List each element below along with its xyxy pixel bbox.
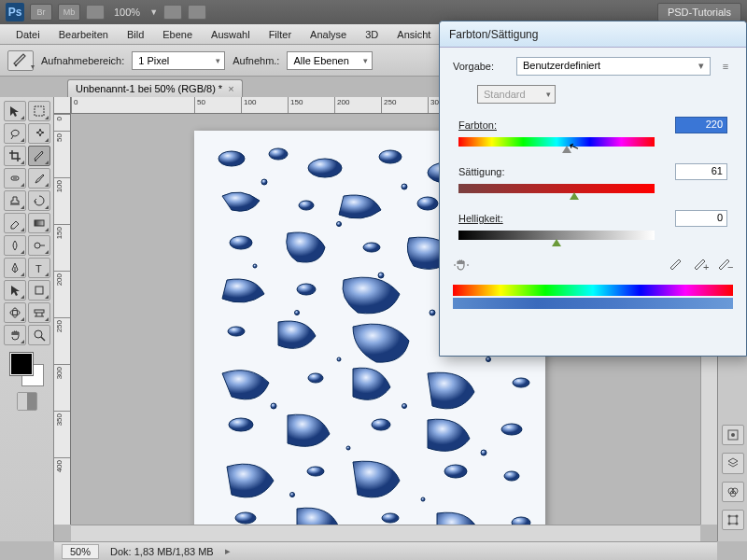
lightness-slider-thumb[interactable] [552, 239, 561, 246]
ruler-vertical[interactable]: 0 50 100 150 200 250 300 350 400 [54, 114, 71, 525]
svg-point-43 [382, 513, 399, 523]
dodge-tool[interactable] [28, 235, 50, 256]
brush-tool[interactable] [28, 168, 50, 189]
menu-analyse[interactable]: Analyse [302, 26, 355, 43]
menu-filter[interactable]: Filter [261, 26, 300, 43]
svg-point-61 [337, 357, 341, 361]
menu-bild[interactable]: Bild [119, 26, 152, 43]
color-swatches[interactable] [10, 353, 44, 386]
zoom-tool[interactable] [28, 325, 50, 345]
preset-menu-icon[interactable]: ≡ [718, 61, 733, 72]
arrange-button[interactable] [163, 5, 182, 20]
horizontal-scrollbar[interactable] [71, 525, 700, 541]
hue-input[interactable]: 220 [675, 117, 727, 133]
hue-range-strips [453, 285, 733, 309]
sample-size-label: Aufnahmebereich: [41, 55, 124, 66]
lightness-input[interactable]: 0 [675, 210, 727, 227]
blur-tool[interactable] [4, 235, 26, 256]
view-extras-button[interactable] [86, 5, 105, 20]
channel-select[interactable]: Standard [477, 85, 556, 104]
sample-layers-label: Aufnehm.: [233, 55, 279, 66]
lasso-tool[interactable] [4, 123, 26, 144]
menu-ansicht[interactable]: Ansicht [388, 26, 439, 43]
hue-slider[interactable]: ↖ [458, 137, 655, 147]
tutorials-button[interactable]: PSD-Tutorials [657, 3, 741, 21]
3d-rotate-tool[interactable] [4, 302, 26, 323]
history-brush-tool[interactable] [28, 190, 50, 211]
crop-tool[interactable] [4, 146, 26, 166]
svg-point-25 [230, 236, 252, 249]
move-tool[interactable] [4, 101, 26, 121]
marquee-tool[interactable] [28, 101, 50, 121]
svg-point-37 [372, 419, 390, 430]
document-tab-title: Unbenannt-1 bei 50% (RGB/8) * [76, 83, 222, 94]
path-select-tool[interactable] [4, 280, 26, 301]
menu-bearbeiten[interactable]: Bearbeiten [50, 26, 117, 43]
hue-strip-result [453, 298, 733, 309]
eyedropper-tool[interactable] [28, 146, 50, 166]
close-tab-icon[interactable]: × [228, 83, 233, 94]
status-bar: 50% Dok: 1,83 MB/1,83 MB ▸ [54, 541, 717, 560]
minibridge-button[interactable]: Mb [58, 4, 80, 21]
history-panel-icon[interactable] [722, 425, 744, 445]
menu-ebene[interactable]: Ebene [154, 26, 201, 43]
3d-camera-tool[interactable] [28, 302, 50, 323]
svg-point-67 [290, 493, 295, 497]
layers-panel-icon[interactable] [722, 453, 744, 473]
saturation-input[interactable]: 61 [675, 163, 727, 180]
sample-layers-select[interactable]: Alle Ebenen [287, 51, 372, 70]
svg-point-16 [218, 151, 245, 166]
svg-point-56 [253, 264, 257, 268]
channels-panel-icon[interactable] [722, 482, 744, 502]
type-tool[interactable]: T [28, 258, 50, 278]
svg-point-54 [402, 184, 407, 189]
svg-point-19 [379, 150, 402, 163]
svg-point-73 [731, 433, 735, 437]
menu-datei[interactable]: Datei [7, 26, 49, 43]
shape-tool[interactable] [28, 280, 50, 301]
svg-point-81 [735, 522, 738, 525]
svg-point-57 [378, 273, 384, 278]
svg-rect-12 [35, 310, 44, 313]
heal-tool[interactable] [4, 168, 26, 189]
svg-point-64 [402, 404, 407, 409]
preset-label: Vorgabe: [453, 61, 509, 72]
svg-rect-77 [729, 516, 737, 524]
quickmask-toggle[interactable] [17, 392, 37, 411]
saturation-slider-thumb[interactable] [570, 192, 579, 200]
eyedropper-sample-icon[interactable] [669, 258, 684, 273]
preset-select[interactable]: Benutzerdefiniert [516, 57, 711, 76]
stamp-tool[interactable] [4, 190, 26, 211]
bridge-button[interactable]: Br [30, 4, 52, 21]
saturation-slider[interactable] [458, 184, 655, 193]
paths-panel-icon[interactable] [722, 510, 744, 530]
hue-saturation-dialog[interactable]: Farbton/Sättigung Vorgabe: Benutzerdefin… [439, 21, 747, 357]
lightness-slider[interactable] [458, 231, 655, 240]
gradient-tool[interactable] [28, 213, 50, 233]
svg-point-0 [15, 63, 17, 65]
screenmode-button[interactable] [188, 5, 206, 20]
ruler-origin[interactable] [54, 97, 71, 114]
wand-tool[interactable] [28, 123, 50, 144]
menu-3d[interactable]: 3D [357, 26, 387, 43]
svg-rect-1 [35, 106, 44, 116]
hand-tool[interactable] [4, 325, 26, 345]
svg-point-59 [295, 311, 300, 315]
menu-auswahl[interactable]: Auswahl [203, 26, 259, 43]
zoom-level[interactable]: 100% [110, 7, 144, 18]
eraser-tool[interactable] [4, 213, 26, 233]
sample-size-select[interactable]: 1 Pixel [132, 51, 225, 70]
document-tab[interactable]: Unbenannt-1 bei 50% (RGB/8) * × [67, 79, 243, 97]
eyedropper-add-icon[interactable]: + [694, 258, 709, 273]
pen-tool[interactable] [4, 258, 26, 278]
dialog-title[interactable]: Farbton/Sättigung [440, 21, 746, 48]
status-zoom[interactable]: 50% [62, 544, 99, 559]
svg-rect-5 [35, 220, 44, 226]
svg-point-35 [513, 378, 529, 387]
svg-point-78 [727, 514, 730, 517]
foreground-color[interactable] [10, 353, 33, 375]
svg-text:+: + [703, 261, 709, 273]
eyedropper-subtract-icon[interactable]: − [718, 258, 733, 273]
current-tool-icon[interactable]: ▾ [7, 50, 34, 71]
scrubby-hand-icon[interactable] [453, 257, 472, 273]
